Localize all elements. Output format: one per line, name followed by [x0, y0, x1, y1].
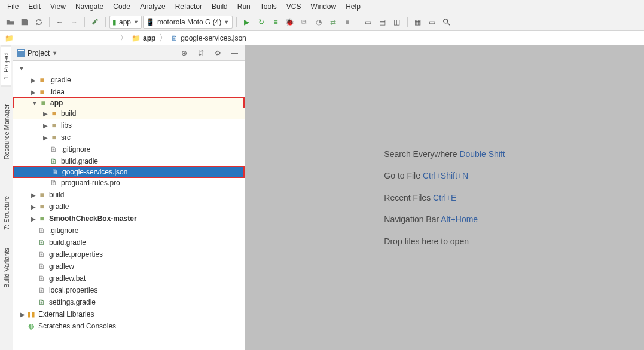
- device-selector[interactable]: 📱 motorola Moto G (4) ▼: [143, 16, 233, 29]
- scratch-icon: ◍: [26, 321, 36, 331]
- sync-icon[interactable]: [32, 16, 45, 29]
- tree-scratches[interactable]: ◍Scratches and Consoles: [13, 320, 245, 332]
- hide-panel-icon[interactable]: —: [228, 47, 241, 60]
- chevron-down-icon: ▼: [52, 50, 57, 56]
- project-panel-title[interactable]: Project ▼: [17, 49, 174, 57]
- device-file-explorer-icon[interactable]: ▭: [426, 16, 439, 29]
- tree-file-google-services[interactable]: 🗎google-services.json: [13, 166, 245, 178]
- folder-icon: 📁: [132, 34, 141, 42]
- sidebar-tab-project[interactable]: 1: Project: [1, 45, 11, 86]
- tree-folder-idea[interactable]: ▶■.idea: [13, 86, 245, 98]
- file-icon: 🗎: [37, 274, 47, 283]
- breadcrumb: 📁 〉 📁 app 〉 🗎 google-services.json: [0, 31, 644, 45]
- tree-file-gitignore2[interactable]: 🗎.gitignore: [13, 225, 245, 237]
- chevron-right-icon: ▶: [42, 110, 49, 117]
- collapse-all-icon[interactable]: ⇵: [194, 47, 207, 60]
- json-file-icon: 🗎: [171, 34, 178, 42]
- apply-changes-icon[interactable]: ↻: [255, 16, 268, 29]
- file-icon: 🗎: [49, 178, 59, 188]
- hint-navbar-label: Navigation Bar: [384, 214, 441, 224]
- menu-tools[interactable]: Tools: [255, 1, 282, 12]
- tree-folder-gradle2[interactable]: ▶■gradle: [13, 201, 245, 213]
- sdk-manager-icon[interactable]: ▤: [376, 16, 389, 29]
- android-icon: ▮: [112, 18, 117, 26]
- attach-debugger-icon[interactable]: ⇄: [326, 16, 340, 29]
- sidebar-tab-build-variants[interactable]: Build Variants: [2, 242, 11, 294]
- run-icon[interactable]: ▶: [240, 16, 254, 29]
- gear-icon[interactable]: ⚙: [211, 47, 224, 60]
- profile-icon[interactable]: ◔: [312, 16, 325, 29]
- hint-navbar-shortcut: Alt+Home: [441, 214, 478, 224]
- menu-analyze[interactable]: Analyze: [135, 1, 170, 12]
- menu-help[interactable]: Help: [341, 1, 365, 12]
- menu-run[interactable]: Run: [233, 1, 255, 12]
- chevron-down-icon: ▼: [31, 100, 38, 106]
- tree-file-gradlew[interactable]: 🗎gradlew: [13, 260, 245, 272]
- phone-icon: 📱: [146, 18, 155, 26]
- open-icon[interactable]: [4, 16, 17, 29]
- back-icon[interactable]: ←: [53, 16, 66, 29]
- gradle-file-icon: 🗎: [37, 238, 47, 247]
- menu-edit[interactable]: Edit: [23, 1, 45, 12]
- module-selector[interactable]: ▮ app ▼: [109, 16, 142, 29]
- tree-file-build-gradle2[interactable]: 🗎build.gradle: [13, 237, 245, 248]
- tree-folder-app[interactable]: ▼■app: [13, 97, 245, 109]
- tree-file-build-gradle[interactable]: 🗎build.gradle: [13, 155, 245, 167]
- file-icon: 🗎: [37, 226, 47, 235]
- build-hammer-icon[interactable]: [88, 16, 102, 29]
- sidebar-tab-resource-manager[interactable]: Resource Manager: [2, 98, 11, 166]
- folder-icon: ■: [37, 75, 47, 85]
- menu-view[interactable]: View: [45, 1, 71, 12]
- tree-folder-src[interactable]: ▶■src: [13, 131, 245, 143]
- tree-file-local-properties[interactable]: 🗎local.properties: [13, 284, 245, 296]
- tree-folder-build2[interactable]: ▶■build: [13, 189, 245, 201]
- menu-build[interactable]: Build: [207, 1, 233, 12]
- chevron-right-icon: ▶: [42, 122, 49, 129]
- module-folder-icon: ■: [37, 214, 47, 223]
- main-menubar: File Edit View Navigate Code Analyze Ref…: [0, 0, 644, 13]
- chevron-right-icon: ▶: [30, 77, 37, 84]
- debug-icon[interactable]: 🐞: [283, 16, 297, 29]
- gradle-file-icon: 🗎: [37, 297, 47, 307]
- search-icon[interactable]: [440, 16, 453, 29]
- apply-code-icon[interactable]: ≡: [269, 16, 282, 29]
- hint-drop-label: Drop files here to open: [384, 237, 469, 246]
- breadcrumb-file[interactable]: 🗎 google-services.json: [169, 33, 248, 43]
- tree-root[interactable]: ▼: [13, 62, 245, 74]
- resource-manager-icon[interactable]: ◫: [390, 16, 404, 29]
- menu-code[interactable]: Code: [108, 1, 135, 12]
- chevron-down-icon: ▼: [224, 19, 229, 25]
- tree-folder-gradle[interactable]: ▶■.gradle: [13, 74, 245, 86]
- forward-icon[interactable]: →: [68, 16, 81, 29]
- tree-external-libraries[interactable]: ▶▮▮External Libraries: [13, 308, 245, 320]
- tree-folder-smooth[interactable]: ▶■SmoothCheckBox-master: [13, 213, 245, 225]
- menu-file[interactable]: File: [2, 1, 23, 12]
- project-panel: Project ▼ ⊕ ⇵ ⚙ — ▼ ▶■.gradle ▶■.idea ▼■…: [13, 45, 245, 350]
- tree-file-settings-gradle[interactable]: 🗎settings.gradle: [13, 296, 245, 308]
- layout-inspector-icon[interactable]: ▦: [411, 16, 425, 29]
- tree-file-proguard[interactable]: 🗎proguard-rules.pro: [13, 177, 245, 189]
- hint-recent-label: Recent Files: [384, 193, 433, 202]
- menu-navigate[interactable]: Navigate: [71, 1, 108, 12]
- locate-icon[interactable]: ⊕: [178, 47, 191, 60]
- file-icon: 🗎: [49, 145, 59, 154]
- tree-file-gradle-properties[interactable]: 🗎gradle.properties: [13, 248, 245, 260]
- tree-file-gitignore[interactable]: 🗎.gitignore: [13, 143, 245, 155]
- avd-manager-icon[interactable]: ▭: [362, 16, 375, 29]
- editor-empty-state: Search Everywhere Double Shift Go to Fil…: [245, 45, 644, 350]
- sidebar-tab-structure[interactable]: 7: Structure: [2, 190, 11, 236]
- tree-file-gradlew-bat[interactable]: 🗎gradlew.bat: [13, 272, 245, 284]
- menu-refactor[interactable]: Refactor: [170, 1, 207, 12]
- save-icon[interactable]: [18, 16, 31, 29]
- nav-home-icon[interactable]: 📁: [2, 32, 16, 45]
- stop-icon[interactable]: ■: [341, 16, 354, 29]
- menu-window[interactable]: Window: [306, 1, 341, 12]
- chevron-right-icon: ▶: [30, 192, 37, 198]
- breadcrumb-app[interactable]: 📁 app: [129, 33, 158, 43]
- project-tree[interactable]: ▼ ▶■.gradle ▶■.idea ▼■app ▶■build ▶■libs…: [13, 61, 245, 350]
- tree-folder-libs[interactable]: ▶■libs: [13, 119, 245, 131]
- menu-vcs[interactable]: VCS: [282, 1, 306, 12]
- module-folder-icon: ■: [38, 98, 48, 108]
- coverage-icon[interactable]: ⧉: [298, 16, 311, 29]
- tree-folder-build[interactable]: ▶■build: [13, 108, 245, 119]
